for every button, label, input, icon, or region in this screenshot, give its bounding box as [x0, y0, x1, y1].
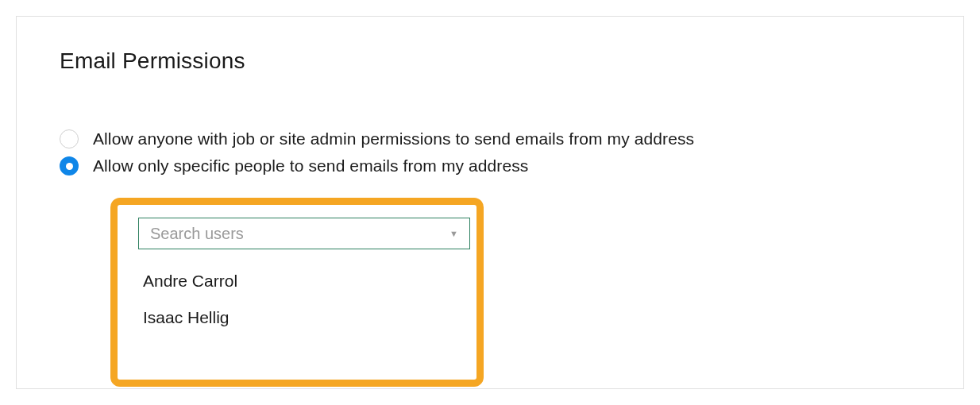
radio-row-anyone: Allow anyone with job or site admin perm… [60, 129, 920, 148]
permission-radio-group: Allow anyone with job or site admin perm… [60, 129, 920, 176]
radio-row-specific: Allow only specific people to send email… [60, 156, 920, 176]
radio-anyone[interactable] [60, 129, 79, 148]
user-item[interactable]: Andre Carrol [143, 272, 456, 291]
highlighted-section: Search users ▼ Andre Carrol Isaac Hellig [110, 198, 484, 387]
user-list: Andre Carrol Isaac Hellig [138, 272, 456, 327]
radio-specific-label: Allow only specific people to send email… [93, 156, 528, 176]
email-permissions-panel: Email Permissions Allow anyone with job … [16, 16, 964, 389]
search-users-select[interactable]: Search users ▼ [138, 218, 470, 249]
search-placeholder: Search users [150, 225, 244, 243]
panel-title: Email Permissions [60, 48, 920, 74]
radio-specific[interactable] [60, 156, 79, 176]
radio-anyone-label: Allow anyone with job or site admin perm… [93, 129, 694, 148]
chevron-down-icon: ▼ [449, 229, 458, 238]
user-item[interactable]: Isaac Hellig [143, 308, 456, 327]
